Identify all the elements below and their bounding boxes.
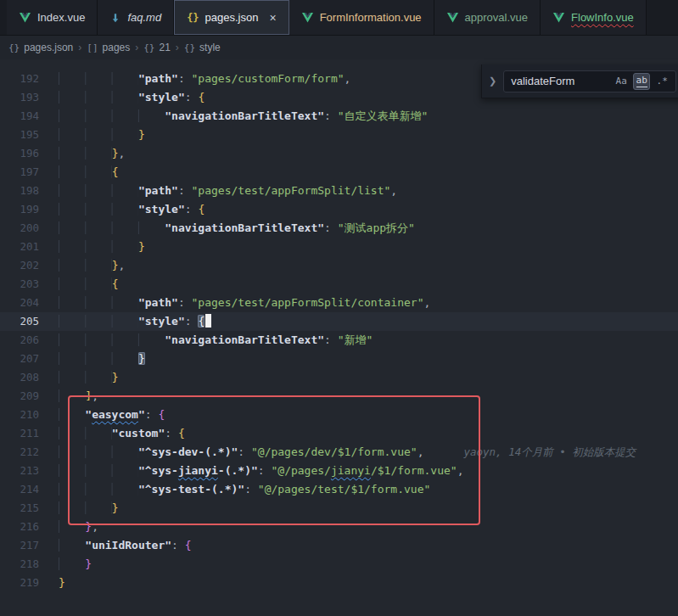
line-number[interactable]: 218 [0,555,39,574]
indent-whitespace [59,165,112,178]
code-line[interactable]: 207 } [0,350,678,368]
breadcrumb-label: 21 [160,42,171,53]
tab-pages-json[interactable]: {}pages.json× [174,0,289,35]
line-number[interactable]: 212 [0,443,39,462]
code-line[interactable]: 194 "navigationBarTitleText": "自定义表单新增" [0,107,678,126]
line-number[interactable]: 207 [0,350,39,368]
code-content: "^sys-jianyi-(.*)": "@/pages/jianyi/$1/f… [59,462,463,480]
tab-forminformation-vue[interactable]: FormInformation.vue [289,0,434,35]
code-content: "path": "pages/test/appFormSplit/list", [59,182,397,200]
json-braces-icon: {} [187,12,199,24]
code-line[interactable]: 214 "^sys-test-(.*)": "@/pages/test/$1/f… [0,480,678,499]
line-number[interactable]: 200 [0,219,39,238]
line-number[interactable]: 195 [0,126,39,144]
line-number[interactable]: 211 [0,424,39,443]
punctuation: : [258,464,272,477]
code-line[interactable]: 218 } [0,555,678,574]
indent-whitespace [59,427,112,440]
vue-icon [446,11,459,24]
tab-label: FlowInfo.vue [571,11,634,24]
line-number[interactable]: 201 [0,238,39,256]
line-number[interactable]: 219 [0,574,39,592]
find-query-text: validateForm [511,75,613,87]
code-line[interactable]: 202 }, [0,256,678,275]
tab-label: approval.vue [465,11,528,24]
code-line[interactable]: 210 "easycom": { [0,406,678,424]
code-line[interactable]: 211 "custom": { [0,424,678,443]
code-line[interactable]: 209 ], [0,387,678,406]
code-line[interactable]: 200 "navigationBarTitleText": "测试app拆分" [0,219,678,238]
find-input[interactable]: validateForm Aaab.* [503,70,676,92]
line-number[interactable]: 194 [0,107,39,126]
line-number[interactable]: 202 [0,256,39,275]
code-line[interactable]: 208 } [0,368,678,387]
line-number[interactable]: 216 [0,518,39,536]
code-content: } [59,238,145,256]
code-line[interactable]: 212 "^sys-dev-(.*)": "@/pages/dev/$1/for… [0,443,678,462]
code-line[interactable]: 216 }, [0,518,678,536]
line-number[interactable]: 198 [0,182,39,200]
code-line[interactable]: 199 "style": { [0,200,678,219]
tab-flowinfo-vue[interactable]: FlowInfo.vue [541,0,647,35]
line-number[interactable]: 196 [0,144,39,163]
code-line[interactable]: 206 "navigationBarTitleText": "新增" [0,331,678,350]
line-number[interactable]: 213 [0,462,39,480]
indent-whitespace [59,483,138,496]
json-key: "style" [138,91,185,104]
code-line[interactable]: 205 "style": { [0,312,678,331]
match-case-toggle[interactable]: Aa [613,73,630,90]
code-content: "^sys-dev-(.*)": "@/pages/dev/$1/form.vu… [59,443,636,462]
line-number[interactable]: 192 [0,70,39,88]
line-number[interactable]: 203 [0,275,39,294]
find-expand-chevron-icon[interactable]: ❯ [489,76,496,87]
line-number[interactable]: 193 [0,88,39,107]
code-line[interactable]: 198 "path": "pages/test/appFormSplit/lis… [0,182,678,200]
indent-whitespace [59,333,165,346]
tab-faq-md[interactable]: faq.md [98,0,174,35]
line-number[interactable]: 215 [0,499,39,518]
tab-index-vue[interactable]: Index.vue [7,0,98,35]
tab-approval-vue[interactable]: approval.vue [434,0,541,35]
matched-brace: { [198,315,205,328]
code-content: "navigationBarTitleText": "自定义表单新增" [59,107,428,126]
close-icon[interactable]: × [269,12,276,24]
breadcrumb-item-pages[interactable]: []pages [87,42,130,53]
line-number[interactable]: 217 [0,536,39,555]
line-number[interactable]: 197 [0,163,39,182]
indent-whitespace [59,557,85,570]
line-number[interactable]: 209 [0,387,39,406]
code-line[interactable]: 204 "path": "pages/test/appFormSplit/con… [0,294,678,312]
line-number[interactable]: 206 [0,331,39,350]
breadcrumb-item-pages-json[interactable]: {}pages.json [8,42,73,53]
code-line[interactable]: 203 { [0,275,678,294]
line-number[interactable]: 204 [0,294,39,312]
punctuation: : [165,427,178,440]
breadcrumb-item-style[interactable]: {}style [184,42,221,53]
line-number[interactable]: 205 [0,312,39,331]
punctuation: : [238,445,251,458]
code-line[interactable]: 201 } [0,238,678,256]
code-line[interactable]: 215 } [0,499,678,518]
code-line[interactable]: 219} [0,574,678,592]
symbol-icon: {} [184,42,195,53]
line-number[interactable]: 208 [0,368,39,387]
symbol-icon: [] [87,42,98,53]
punctuation: : [244,483,258,496]
code-line[interactable]: 217 "uniIdRouter": { [0,536,678,555]
code-line[interactable]: 197 { [0,163,678,182]
tab-label: pages.json [205,11,259,24]
indent-whitespace [59,371,112,384]
regex-toggle[interactable]: .* [653,73,670,90]
code-line[interactable]: 196 }, [0,144,678,163]
code-line[interactable]: 195 } [0,126,678,144]
line-number[interactable]: 214 [0,480,39,499]
code-line[interactable]: 213 "^sys-jianyi-(.*)": "@/pages/jianyi/… [0,462,678,480]
punctuation: : [324,221,338,234]
vue-icon [19,11,31,24]
breadcrumb-item-21[interactable]: {}21 [143,42,171,53]
line-number[interactable]: 210 [0,406,39,424]
json-key: "^sys-dev-(.*)" [138,445,238,458]
markdown-icon [109,12,121,24]
whole-word-toggle[interactable]: ab [633,73,650,90]
line-number[interactable]: 199 [0,200,39,219]
